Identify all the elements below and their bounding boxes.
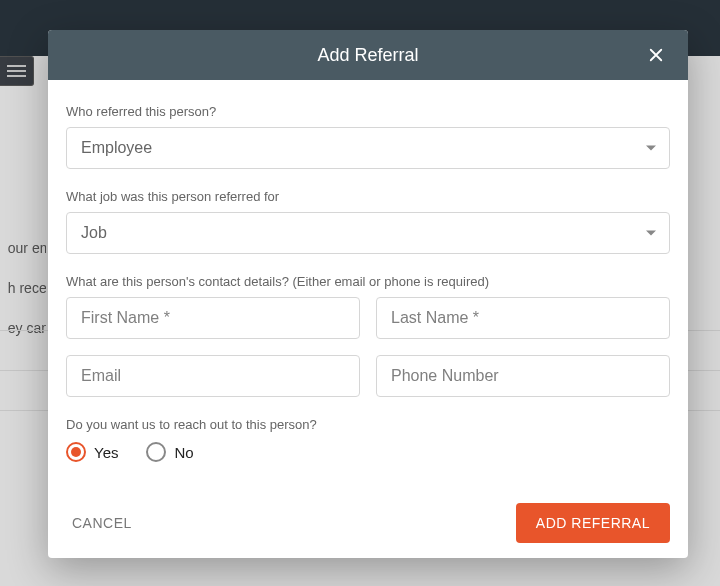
email-field[interactable]: [66, 355, 360, 397]
chevron-down-icon: [646, 146, 656, 151]
modal-title: Add Referral: [317, 45, 418, 66]
first-name-field[interactable]: [66, 297, 360, 339]
close-icon: [647, 46, 665, 64]
add-referral-button[interactable]: ADD REFERRAL: [516, 503, 670, 543]
job-select[interactable]: Job: [66, 212, 670, 254]
who-referred-value: Employee: [81, 139, 152, 157]
modal-footer: CANCEL ADD REFERRAL: [48, 494, 688, 558]
close-button[interactable]: [636, 30, 676, 80]
reach-out-yes-radio[interactable]: Yes: [66, 442, 118, 462]
radio-icon: [146, 442, 166, 462]
reach-out-label: Do you want us to reach out to this pers…: [66, 417, 670, 432]
job-label: What job was this person referred for: [66, 189, 670, 204]
add-referral-modal: Add Referral Who referred this person? E…: [48, 30, 688, 558]
radio-label-yes: Yes: [94, 444, 118, 461]
cancel-button[interactable]: CANCEL: [66, 505, 138, 541]
modal-header: Add Referral: [48, 30, 688, 80]
radio-label-no: No: [174, 444, 193, 461]
chevron-down-icon: [646, 231, 656, 236]
last-name-field[interactable]: [376, 297, 670, 339]
reach-out-no-radio[interactable]: No: [146, 442, 193, 462]
who-referred-select[interactable]: Employee: [66, 127, 670, 169]
job-value: Job: [81, 224, 107, 242]
phone-field[interactable]: [376, 355, 670, 397]
radio-icon: [66, 442, 86, 462]
modal-body: Who referred this person? Employee What …: [48, 80, 688, 494]
contact-details-label: What are this person's contact details? …: [66, 274, 670, 289]
who-referred-label: Who referred this person?: [66, 104, 670, 119]
